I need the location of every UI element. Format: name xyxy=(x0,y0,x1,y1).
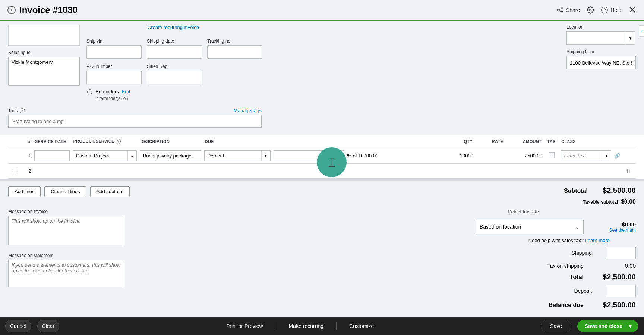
ship-row: Ship via Shipping date Tracking no. xyxy=(86,38,262,59)
footer-bar: Cancel Clear Print or Preview Make recur… xyxy=(0,317,644,335)
customize-button[interactable]: Customize xyxy=(342,320,381,332)
sales-rep-input[interactable] xyxy=(147,71,202,84)
tax-select-row: Based on location ⌄ $0.00 See the math xyxy=(476,220,636,234)
drag-handle-icon[interactable]: ⋮⋮ xyxy=(8,164,21,179)
save-close-button[interactable]: Save and close ▼ xyxy=(577,320,638,332)
shipping-to-group: Shipping to Vickie Montgomery xyxy=(8,25,80,86)
help-circle-icon[interactable]: ? xyxy=(20,108,25,113)
make-recurring-button[interactable]: Make recurring xyxy=(282,320,330,332)
help-tax-row: Need help with sales tax? Learn more xyxy=(528,238,610,243)
chevron-down-icon: ▼ xyxy=(602,151,611,161)
chevron-down-icon: ⌄ xyxy=(127,151,136,161)
help-circle-icon: ? xyxy=(116,139,121,144)
blank-box[interactable] xyxy=(8,25,80,46)
save-button[interactable]: Save xyxy=(541,320,571,332)
shipping-input[interactable] xyxy=(607,247,636,259)
deposit-input[interactable] xyxy=(607,285,636,297)
divider xyxy=(336,322,337,330)
col-description: DESCRIPTION xyxy=(138,135,203,148)
tags-label: Tags xyxy=(8,108,18,113)
see-math-link[interactable]: See the math xyxy=(599,228,636,233)
actions-row: Add lines Clear all lines Add subtotal S… xyxy=(8,186,636,205)
svg-point-1 xyxy=(557,9,559,11)
shipping-date-input[interactable] xyxy=(147,45,202,59)
print-preview-button[interactable]: Print or Preview xyxy=(220,320,270,332)
tax-shipping-label: Tax on shipping xyxy=(547,263,584,269)
page-header: Invoice #1030 Share Help ✕ xyxy=(0,0,644,21)
tax-amount: $0.00 xyxy=(599,221,636,228)
share-icon xyxy=(556,6,564,14)
mid-fields: Create recurring invoice Ship via Shippi… xyxy=(86,25,262,84)
svg-point-5 xyxy=(590,9,591,11)
qty-cell[interactable]: 10000 xyxy=(444,148,475,164)
deposit-label: Deposit xyxy=(574,288,592,294)
learn-more-link[interactable]: Learn more xyxy=(585,238,610,243)
shipping-date-label: Shipping date xyxy=(147,38,202,44)
shipping-from-input[interactable] xyxy=(566,56,636,69)
total-row: Total $2,500.00 xyxy=(476,273,636,281)
share-label: Share xyxy=(566,7,580,13)
col-rate: RATE xyxy=(475,135,505,148)
side-panel-toggle[interactable]: ‹ xyxy=(639,25,644,37)
select-tax-label: Select tax rate xyxy=(508,209,539,215)
trash-icon[interactable]: 🗑 xyxy=(624,164,636,179)
add-subtotal-button[interactable]: Add subtotal xyxy=(90,186,130,197)
link-icon[interactable]: 🔗 xyxy=(613,148,624,164)
gear-icon[interactable] xyxy=(587,6,594,14)
tags-input[interactable] xyxy=(8,115,262,128)
top-right-fields: Location ▼ Shipping from xyxy=(566,25,636,86)
chevron-down-icon: ⌄ xyxy=(575,224,580,230)
refresh-icon[interactable] xyxy=(7,6,16,14)
tax-shipping-row: Tax on shipping 0.00 xyxy=(476,263,636,269)
svg-line-4 xyxy=(559,8,561,9)
message-invoice-input[interactable] xyxy=(8,216,124,245)
col-qty: QTY xyxy=(444,135,475,148)
table-separator xyxy=(0,179,644,181)
tax-rate-select[interactable]: Based on location ⌄ xyxy=(476,220,584,234)
reminders-edit-link[interactable]: Edit xyxy=(122,89,130,94)
amount-cell[interactable]: 2500.00 xyxy=(505,148,544,164)
product-service-select[interactable]: Custom Project ⌄ xyxy=(73,150,137,161)
total-label: Total xyxy=(570,274,584,281)
location-select[interactable]: ▼ xyxy=(566,31,636,45)
tags-section: Tags ? Manage tags xyxy=(8,108,636,128)
header-left: Invoice #1030 xyxy=(7,5,78,15)
due-type-select[interactable]: Percent ▼ xyxy=(204,150,271,161)
total-value: $2,500.00 xyxy=(599,273,636,281)
tax-checkbox[interactable] xyxy=(549,152,555,158)
clock-icon xyxy=(87,89,92,94)
deposit-row: Deposit xyxy=(476,285,636,297)
cancel-button[interactable]: Cancel xyxy=(5,320,31,332)
ship-via-input[interactable] xyxy=(86,45,142,59)
message-statement-input[interactable] xyxy=(8,260,124,287)
help-button[interactable]: Help xyxy=(601,6,621,14)
share-button[interactable]: Share xyxy=(556,6,580,14)
recurring-link[interactable]: Create recurring invoice xyxy=(148,25,262,30)
service-date-input[interactable] xyxy=(34,150,70,161)
taxable-label: Taxable subtotal xyxy=(583,199,618,205)
clear-all-lines-button[interactable]: Clear all lines xyxy=(44,186,86,197)
top-left-fields: Shipping to Vickie Montgomery Create rec… xyxy=(8,25,262,86)
taxable-value: $0.00 xyxy=(621,198,636,205)
help-label: Help xyxy=(610,7,621,13)
manage-tags-link[interactable]: Manage tags xyxy=(234,108,262,113)
shipping-to-input[interactable]: Vickie Montgomery xyxy=(8,57,80,86)
class-select[interactable]: Enter Text ▼ xyxy=(561,150,611,161)
totals-column: Select tax rate Based on location ⌄ $0.0… xyxy=(476,209,636,309)
close-icon[interactable]: ✕ xyxy=(628,4,637,16)
tracking-no-input[interactable] xyxy=(207,45,262,59)
col-tax: TAX xyxy=(544,135,559,148)
col-class: CLASS xyxy=(559,135,613,148)
rate-cell[interactable] xyxy=(475,148,505,164)
clear-button[interactable]: Clear xyxy=(37,320,59,332)
po-number-input[interactable] xyxy=(86,71,142,84)
line-action-buttons: Add lines Clear all lines Add subtotal xyxy=(8,186,130,197)
description-input[interactable] xyxy=(140,150,201,161)
reminders-count: 2 reminder(s) on xyxy=(95,96,636,101)
divider xyxy=(276,322,276,330)
po-number-label: P.O. Number xyxy=(86,64,142,69)
drag-handle-icon[interactable] xyxy=(8,148,21,164)
shipping-to-label: Shipping to xyxy=(8,50,80,55)
subtotal-label: Subtotal xyxy=(564,188,588,194)
add-lines-button[interactable]: Add lines xyxy=(8,186,41,197)
